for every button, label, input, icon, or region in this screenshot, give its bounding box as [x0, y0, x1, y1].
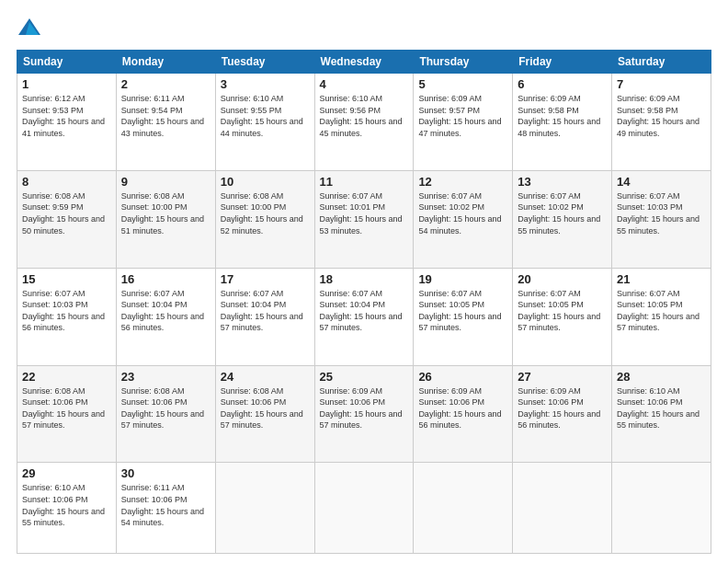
calendar-header-tuesday: Tuesday: [215, 51, 314, 74]
day-info: Sunrise: 6:07 AMSunset: 10:05 PMDaylight…: [418, 288, 507, 334]
day-number: 12: [418, 175, 507, 189]
day-info: Sunrise: 6:09 AMSunset: 10:06 PMDaylight…: [518, 385, 607, 431]
calendar-header-row: SundayMondayTuesdayWednesdayThursdayFrid…: [17, 51, 711, 74]
calendar-cell: 20Sunrise: 6:07 AMSunset: 10:05 PMDaylig…: [513, 268, 612, 365]
calendar-table: SundayMondayTuesdayWednesdayThursdayFrid…: [17, 50, 711, 554]
day-number: 8: [22, 175, 111, 189]
day-info: Sunrise: 6:07 AMSunset: 10:05 PMDaylight…: [617, 288, 706, 334]
day-info: Sunrise: 6:08 AMSunset: 10:06 PMDaylight…: [22, 385, 111, 431]
day-number: 30: [121, 466, 210, 480]
calendar-cell: 2Sunrise: 6:11 AMSunset: 9:54 PMDaylight…: [116, 74, 215, 171]
day-number: 3: [221, 77, 310, 91]
calendar-cell: 19Sunrise: 6:07 AMSunset: 10:05 PMDaylig…: [414, 268, 513, 365]
calendar-cell: 25Sunrise: 6:09 AMSunset: 10:06 PMDaylig…: [314, 365, 414, 463]
logo-icon: [17, 17, 42, 42]
calendar-cell: 27Sunrise: 6:09 AMSunset: 10:06 PMDaylig…: [513, 365, 612, 463]
day-number: 10: [221, 175, 310, 189]
calendar-cell: [314, 463, 414, 554]
day-number: 22: [22, 370, 111, 384]
day-info: Sunrise: 6:09 AMSunset: 9:57 PMDaylight:…: [418, 93, 507, 139]
calendar-cell: 17Sunrise: 6:07 AMSunset: 10:04 PMDaylig…: [215, 268, 314, 365]
day-number: 7: [617, 77, 706, 91]
calendar-cell: 9Sunrise: 6:08 AMSunset: 10:00 PMDayligh…: [116, 170, 215, 268]
day-number: 28: [617, 370, 706, 384]
day-number: 9: [121, 175, 210, 189]
calendar-header-monday: Monday: [116, 51, 215, 74]
header: [17, 17, 711, 42]
calendar-cell: 5Sunrise: 6:09 AMSunset: 9:57 PMDaylight…: [414, 74, 513, 171]
day-number: 17: [221, 272, 310, 286]
day-info: Sunrise: 6:07 AMSunset: 10:01 PMDaylight…: [320, 190, 409, 236]
day-info: Sunrise: 6:08 AMSunset: 10:06 PMDaylight…: [121, 385, 210, 431]
calendar-cell: 4Sunrise: 6:10 AMSunset: 9:56 PMDaylight…: [314, 74, 414, 171]
calendar-cell: [215, 463, 314, 554]
day-info: Sunrise: 6:11 AMSunset: 10:06 PMDaylight…: [121, 482, 210, 528]
day-number: 21: [617, 272, 706, 286]
calendar-cell: 28Sunrise: 6:10 AMSunset: 10:06 PMDaylig…: [612, 365, 711, 463]
calendar-cell: 26Sunrise: 6:09 AMSunset: 10:06 PMDaylig…: [414, 365, 513, 463]
day-info: Sunrise: 6:09 AMSunset: 9:58 PMDaylight:…: [617, 93, 706, 139]
day-number: 13: [518, 175, 607, 189]
calendar-cell: 24Sunrise: 6:08 AMSunset: 10:06 PMDaylig…: [215, 365, 314, 463]
calendar-cell: 29Sunrise: 6:10 AMSunset: 10:06 PMDaylig…: [17, 463, 117, 554]
day-number: 6: [518, 77, 607, 91]
calendar-cell: 3Sunrise: 6:10 AMSunset: 9:55 PMDaylight…: [215, 74, 314, 171]
calendar-week-1: 1Sunrise: 6:12 AMSunset: 9:53 PMDaylight…: [17, 74, 711, 171]
calendar-cell: 30Sunrise: 6:11 AMSunset: 10:06 PMDaylig…: [116, 463, 215, 554]
day-info: Sunrise: 6:10 AMSunset: 9:55 PMDaylight:…: [221, 93, 310, 139]
day-info: Sunrise: 6:11 AMSunset: 9:54 PMDaylight:…: [121, 93, 210, 139]
day-info: Sunrise: 6:08 AMSunset: 10:00 PMDaylight…: [221, 190, 310, 236]
calendar-cell: 21Sunrise: 6:07 AMSunset: 10:05 PMDaylig…: [612, 268, 711, 365]
day-number: 1: [22, 77, 111, 91]
calendar-cell: 15Sunrise: 6:07 AMSunset: 10:03 PMDaylig…: [17, 268, 117, 365]
calendar-cell: 8Sunrise: 6:08 AMSunset: 9:59 PMDaylight…: [17, 170, 117, 268]
day-number: 11: [320, 175, 409, 189]
day-number: 5: [418, 77, 507, 91]
calendar-header-sunday: Sunday: [17, 51, 117, 74]
day-info: Sunrise: 6:12 AMSunset: 9:53 PMDaylight:…: [22, 93, 111, 139]
calendar-cell: 23Sunrise: 6:08 AMSunset: 10:06 PMDaylig…: [116, 365, 215, 463]
day-info: Sunrise: 6:09 AMSunset: 10:06 PMDaylight…: [418, 385, 507, 431]
day-info: Sunrise: 6:07 AMSunset: 10:03 PMDaylight…: [617, 190, 706, 236]
day-number: 4: [320, 77, 409, 91]
day-number: 29: [22, 466, 111, 480]
day-number: 19: [418, 272, 507, 286]
calendar-cell: [513, 463, 612, 554]
logo: [17, 17, 46, 42]
calendar-cell: 7Sunrise: 6:09 AMSunset: 9:58 PMDaylight…: [612, 74, 711, 171]
day-number: 15: [22, 272, 111, 286]
day-number: 23: [121, 370, 210, 384]
day-info: Sunrise: 6:07 AMSunset: 10:02 PMDaylight…: [518, 190, 607, 236]
day-info: Sunrise: 6:07 AMSunset: 10:04 PMDaylight…: [221, 288, 310, 334]
calendar-cell: 10Sunrise: 6:08 AMSunset: 10:00 PMDaylig…: [215, 170, 314, 268]
day-info: Sunrise: 6:10 AMSunset: 10:06 PMDaylight…: [617, 385, 706, 431]
day-number: 25: [320, 370, 409, 384]
calendar-header-saturday: Saturday: [612, 51, 711, 74]
calendar-cell: 12Sunrise: 6:07 AMSunset: 10:02 PMDaylig…: [414, 170, 513, 268]
day-number: 26: [418, 370, 507, 384]
calendar-cell: 1Sunrise: 6:12 AMSunset: 9:53 PMDaylight…: [17, 74, 117, 171]
calendar-cell: 16Sunrise: 6:07 AMSunset: 10:04 PMDaylig…: [116, 268, 215, 365]
calendar-header-friday: Friday: [513, 51, 612, 74]
calendar-header-wednesday: Wednesday: [314, 51, 414, 74]
day-number: 24: [221, 370, 310, 384]
day-info: Sunrise: 6:09 AMSunset: 9:58 PMDaylight:…: [518, 93, 607, 139]
day-info: Sunrise: 6:09 AMSunset: 10:06 PMDaylight…: [320, 385, 409, 431]
calendar-cell: 18Sunrise: 6:07 AMSunset: 10:04 PMDaylig…: [314, 268, 414, 365]
calendar-cell: 22Sunrise: 6:08 AMSunset: 10:06 PMDaylig…: [17, 365, 117, 463]
day-number: 14: [617, 175, 706, 189]
calendar-header-thursday: Thursday: [414, 51, 513, 74]
day-info: Sunrise: 6:10 AMSunset: 9:56 PMDaylight:…: [320, 93, 409, 139]
calendar-week-2: 8Sunrise: 6:08 AMSunset: 9:59 PMDaylight…: [17, 170, 711, 268]
day-number: 18: [320, 272, 409, 286]
day-info: Sunrise: 6:08 AMSunset: 10:06 PMDaylight…: [221, 385, 310, 431]
calendar-cell: 6Sunrise: 6:09 AMSunset: 9:58 PMDaylight…: [513, 74, 612, 171]
day-info: Sunrise: 6:07 AMSunset: 10:05 PMDaylight…: [518, 288, 607, 334]
day-info: Sunrise: 6:10 AMSunset: 10:06 PMDaylight…: [22, 482, 111, 528]
day-info: Sunrise: 6:07 AMSunset: 10:03 PMDaylight…: [22, 288, 111, 334]
calendar-week-3: 15Sunrise: 6:07 AMSunset: 10:03 PMDaylig…: [17, 268, 711, 365]
day-number: 27: [518, 370, 607, 384]
calendar-week-5: 29Sunrise: 6:10 AMSunset: 10:06 PMDaylig…: [17, 463, 711, 554]
day-info: Sunrise: 6:08 AMSunset: 9:59 PMDaylight:…: [22, 190, 111, 236]
day-number: 16: [121, 272, 210, 286]
